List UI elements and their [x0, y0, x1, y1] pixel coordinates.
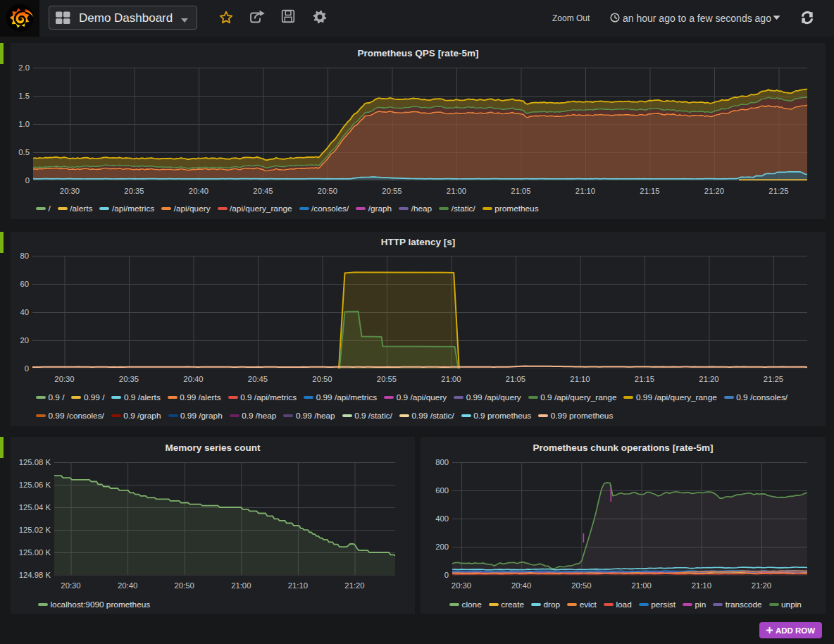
svg-text:20:30: 20:30: [54, 375, 74, 383]
svg-text:20:50: 20:50: [318, 187, 337, 195]
svg-text:21:10: 21:10: [575, 187, 595, 195]
svg-text:125.08 K: 125.08 K: [19, 458, 51, 466]
svg-text:20:45: 20:45: [248, 375, 268, 383]
svg-text:21:00: 21:00: [447, 187, 466, 195]
svg-text:20:55: 20:55: [377, 375, 397, 383]
svg-text:21:05: 21:05: [506, 375, 525, 383]
svg-text:2.0: 2.0: [18, 63, 30, 72]
svg-text:21:10: 21:10: [692, 581, 711, 590]
svg-text:20:30: 20:30: [60, 187, 80, 195]
svg-text:21:25: 21:25: [764, 375, 783, 383]
svg-text:21:20: 21:20: [344, 581, 364, 590]
svg-text:0.5: 0.5: [18, 148, 30, 156]
svg-text:21:00: 21:00: [231, 581, 251, 590]
svg-text:21:10: 21:10: [570, 375, 590, 383]
svg-text:125.02 K: 125.02 K: [19, 526, 51, 534]
svg-text:0: 0: [25, 176, 30, 185]
svg-text:20:45: 20:45: [253, 187, 273, 195]
svg-text:1.0: 1.0: [18, 120, 30, 128]
svg-text:20:35: 20:35: [119, 375, 139, 383]
svg-text:20: 20: [20, 336, 29, 345]
svg-text:40: 40: [20, 308, 29, 316]
svg-text:1.5: 1.5: [18, 92, 30, 100]
svg-text:21:05: 21:05: [511, 187, 530, 195]
svg-text:0: 0: [444, 571, 449, 579]
svg-text:400: 400: [435, 514, 449, 523]
svg-text:20:30: 20:30: [61, 581, 80, 590]
svg-text:21:15: 21:15: [640, 187, 659, 195]
svg-text:21:10: 21:10: [288, 581, 308, 590]
svg-text:125.04 K: 125.04 K: [19, 503, 51, 512]
svg-text:21:20: 21:20: [704, 187, 724, 195]
svg-text:0: 0: [25, 364, 29, 373]
svg-text:20:50: 20:50: [571, 581, 591, 590]
svg-text:800: 800: [435, 458, 449, 466]
svg-text:21:00: 21:00: [441, 375, 461, 383]
svg-text:200: 200: [435, 543, 449, 551]
svg-text:20:40: 20:40: [118, 581, 137, 590]
svg-text:600: 600: [435, 486, 449, 495]
svg-text:80: 80: [20, 252, 29, 260]
svg-text:21:25: 21:25: [768, 187, 788, 195]
svg-text:124.98 K: 124.98 K: [19, 571, 51, 579]
svg-text:20:30: 20:30: [452, 581, 471, 590]
svg-text:21:20: 21:20: [699, 375, 718, 383]
svg-text:21:00: 21:00: [631, 581, 651, 590]
svg-text:20:40: 20:40: [511, 581, 531, 590]
svg-text:20:40: 20:40: [189, 187, 208, 195]
svg-text:21:15: 21:15: [635, 375, 654, 383]
svg-text:20:55: 20:55: [382, 187, 402, 195]
svg-text:20:50: 20:50: [312, 375, 332, 383]
svg-text:125.06 K: 125.06 K: [19, 481, 51, 489]
svg-text:20:40: 20:40: [183, 375, 203, 383]
svg-text:20:35: 20:35: [124, 187, 144, 195]
svg-text:125.00 K: 125.00 K: [19, 548, 51, 557]
svg-text:60: 60: [20, 280, 29, 288]
svg-text:21:20: 21:20: [752, 581, 771, 590]
svg-text:20:50: 20:50: [175, 581, 194, 590]
